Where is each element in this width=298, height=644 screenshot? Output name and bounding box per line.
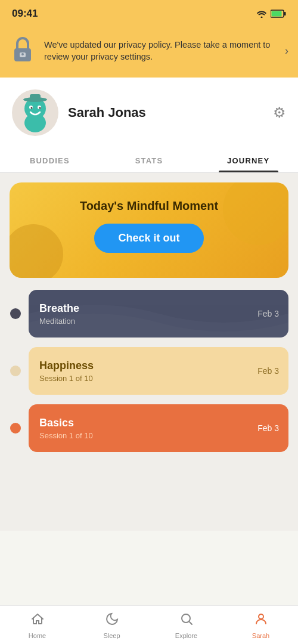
svg-point-14 — [182, 614, 190, 623]
svg-point-15 — [259, 614, 263, 619]
home-icon — [30, 612, 45, 630]
svg-rect-1 — [284, 12, 286, 16]
list-item: Basics Session 1 of 10 Feb 3 — [10, 404, 288, 452]
card-title-breathe: Breathe — [39, 302, 278, 315]
bottom-nav: Home Sleep Explore Sarah — [0, 605, 298, 644]
mindful-title: Today's Mindful Moment — [21, 199, 277, 213]
card-subtitle-basics: Session 1 of 10 — [39, 431, 278, 440]
avatar — [12, 89, 58, 136]
card-date-breathe: Feb 3 — [257, 309, 279, 318]
status-icons — [256, 10, 286, 18]
svg-point-12 — [31, 107, 33, 109]
nav-sarah[interactable]: Sarah — [243, 612, 279, 639]
battery-icon — [271, 10, 286, 18]
list-item: Breathe Meditation Feb 3 — [10, 290, 288, 338]
privacy-banner[interactable]: We've updated our privacy policy. Please… — [0, 26, 298, 78]
tab-journey[interactable]: JOURNEY — [198, 148, 298, 172]
dot-basics — [10, 423, 21, 434]
journey-card-happiness[interactable]: Happiness Session 1 of 10 Feb 3 — [29, 347, 288, 395]
status-time: 09:41 — [12, 8, 38, 20]
timeline-dot-happiness — [10, 366, 21, 376]
svg-rect-2 — [272, 11, 282, 17]
tab-buddies[interactable]: BUDDIES — [0, 148, 100, 172]
mindful-moment-card[interactable]: Today's Mindful Moment Check it out — [10, 182, 288, 278]
card-subtitle-breathe: Meditation — [39, 317, 278, 326]
nav-explore[interactable]: Explore — [169, 612, 204, 639]
journey-card-breathe[interactable]: Breathe Meditation Feb 3 — [29, 290, 288, 338]
profile-name: Sarah Jonas — [68, 105, 263, 120]
status-bar: 09:41 — [0, 0, 298, 26]
main-content: Today's Mindful Moment Check it out Brea… — [0, 173, 298, 531]
nav-home-label: Home — [29, 632, 46, 639]
journey-list: Breathe Meditation Feb 3 Happiness Sessi… — [10, 290, 288, 462]
card-title-basics: Basics — [39, 417, 278, 429]
bg-shape-left — [10, 224, 63, 278]
dot-happiness — [10, 366, 21, 376]
profile-section: Sarah Jonas ⚙ — [0, 78, 298, 148]
card-date-basics: Feb 3 — [257, 423, 279, 433]
tab-stats[interactable]: STATS — [100, 148, 199, 172]
card-date-happiness: Feb 3 — [257, 366, 279, 376]
svg-point-5 — [21, 53, 24, 55]
svg-rect-9 — [30, 94, 41, 101]
nav-sleep[interactable]: Sleep — [94, 612, 130, 639]
explore-icon — [179, 612, 194, 630]
bg-shape-right — [223, 182, 288, 245]
timeline-dot-breathe — [10, 308, 21, 319]
journey-card-basics[interactable]: Basics Session 1 of 10 Feb 3 — [29, 404, 288, 452]
nav-explore-label: Explore — [175, 632, 197, 639]
nav-home[interactable]: Home — [20, 612, 55, 639]
card-title-happiness: Happiness — [39, 360, 278, 372]
check-it-out-button[interactable]: Check it out — [94, 224, 203, 253]
dot-breathe — [10, 308, 21, 319]
privacy-chevron: › — [285, 45, 288, 57]
nav-sleep-label: Sleep — [103, 632, 120, 639]
timeline-dot-basics — [10, 423, 21, 434]
tabs: BUDDIES STATS JOURNEY — [0, 148, 298, 173]
card-subtitle-happiness: Session 1 of 10 — [39, 374, 278, 383]
sleep-icon — [105, 612, 119, 630]
list-item: Happiness Session 1 of 10 Feb 3 — [10, 347, 288, 395]
wifi-icon — [256, 10, 267, 18]
svg-point-13 — [39, 107, 41, 109]
profile-icon — [254, 612, 268, 630]
lock-icon — [10, 35, 36, 67]
nav-sarah-label: Sarah — [252, 632, 269, 639]
privacy-text: We've updated our privacy policy. Please… — [44, 39, 277, 63]
settings-icon[interactable]: ⚙ — [273, 104, 286, 121]
